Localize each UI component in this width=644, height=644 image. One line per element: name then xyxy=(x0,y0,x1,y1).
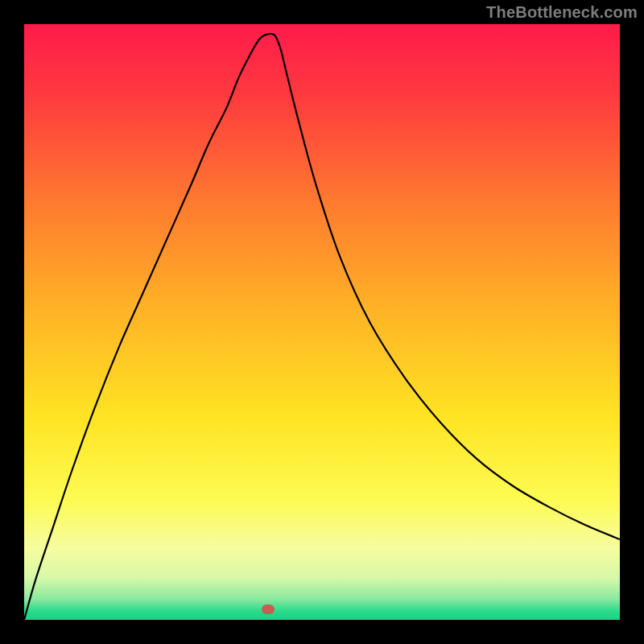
watermark-text: TheBottleneck.com xyxy=(486,3,638,22)
chart-canvas: TheBottleneck.com xyxy=(0,0,644,644)
plot-area xyxy=(24,24,620,620)
bottleneck-curve xyxy=(24,24,620,620)
optimal-point-marker xyxy=(262,605,275,614)
